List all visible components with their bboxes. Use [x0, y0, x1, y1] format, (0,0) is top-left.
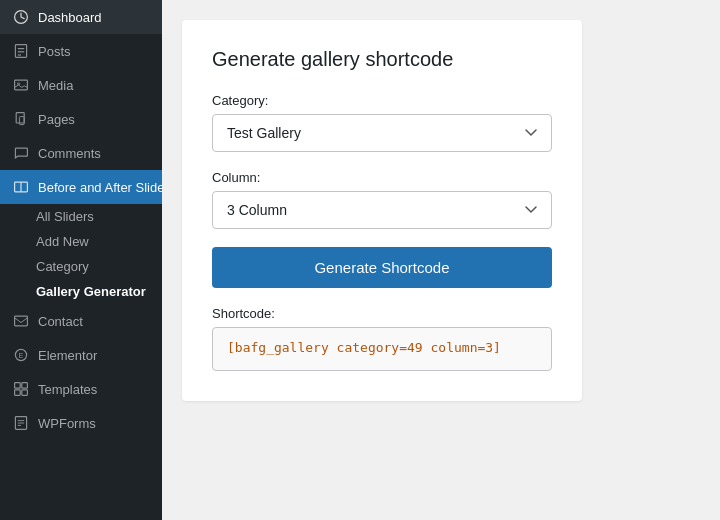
submenu-category[interactable]: Category	[0, 254, 162, 279]
sidebar-item-pages-label: Pages	[38, 112, 75, 127]
submenu-all-sliders[interactable]: All Sliders	[0, 204, 162, 229]
sidebar-item-templates-label: Templates	[38, 382, 97, 397]
comments-icon	[12, 144, 30, 162]
sidebar-item-dashboard-label: Dashboard	[38, 10, 102, 25]
submenu-gallery-generator[interactable]: Gallery Generator	[0, 279, 162, 304]
sidebar-item-contact-label: Contact	[38, 314, 83, 329]
sidebar-item-posts[interactable]: Posts	[0, 34, 162, 68]
svg-rect-7	[16, 113, 24, 123]
elementor-icon: E	[12, 346, 30, 364]
svg-rect-16	[15, 390, 21, 396]
wpforms-icon	[12, 414, 30, 432]
sidebar-item-templates[interactable]: Templates	[0, 372, 162, 406]
column-group: Column: 3 Column	[212, 170, 552, 229]
card-title: Generate gallery shortcode	[212, 48, 552, 71]
sidebar-item-pages[interactable]: Pages	[0, 102, 162, 136]
sidebar: Dashboard Posts Media Pages Comments Bef…	[0, 0, 162, 520]
sidebar-item-media[interactable]: Media	[0, 68, 162, 102]
submenu-add-new[interactable]: Add New	[0, 229, 162, 254]
contact-icon	[12, 312, 30, 330]
slider-icon	[12, 178, 30, 196]
sidebar-item-wpforms-label: WPForms	[38, 416, 96, 431]
generate-shortcode-button[interactable]: Generate Shortcode	[212, 247, 552, 288]
sidebar-item-media-label: Media	[38, 78, 73, 93]
sidebar-item-before-after-slider[interactable]: Before and After Slider	[0, 170, 162, 204]
gallery-shortcode-card: Generate gallery shortcode Category: Tes…	[182, 20, 582, 401]
sidebar-item-elementor[interactable]: E Elementor	[0, 338, 162, 372]
sidebar-item-comments-label: Comments	[38, 146, 101, 161]
sidebar-item-contact[interactable]: Contact	[0, 304, 162, 338]
pages-icon	[12, 110, 30, 128]
shortcode-output: [bafg_gallery category=49 column=3]	[212, 327, 552, 371]
category-label: Category:	[212, 93, 552, 108]
svg-rect-17	[22, 390, 28, 396]
dashboard-icon	[12, 8, 30, 26]
sidebar-item-elementor-label: Elementor	[38, 348, 97, 363]
svg-rect-14	[15, 383, 21, 389]
column-select[interactable]: 3 Column	[212, 191, 552, 229]
column-label: Column:	[212, 170, 552, 185]
sidebar-item-wpforms[interactable]: WPForms	[0, 406, 162, 440]
category-select[interactable]: Test Gallery	[212, 114, 552, 152]
category-group: Category: Test Gallery	[212, 93, 552, 152]
sidebar-item-dashboard[interactable]: Dashboard	[0, 0, 162, 34]
sidebar-submenu: All Sliders Add New Category Gallery Gen…	[0, 204, 162, 304]
svg-text:E: E	[19, 351, 24, 360]
media-icon	[12, 76, 30, 94]
shortcode-label: Shortcode:	[212, 306, 552, 321]
posts-icon	[12, 42, 30, 60]
sidebar-item-comments[interactable]: Comments	[0, 136, 162, 170]
templates-icon	[12, 380, 30, 398]
main-content: Generate gallery shortcode Category: Tes…	[162, 0, 720, 520]
sidebar-item-posts-label: Posts	[38, 44, 71, 59]
svg-rect-5	[15, 80, 28, 90]
svg-rect-15	[22, 383, 28, 389]
sidebar-item-before-after-label: Before and After Slider	[38, 180, 162, 195]
svg-rect-11	[15, 316, 28, 326]
